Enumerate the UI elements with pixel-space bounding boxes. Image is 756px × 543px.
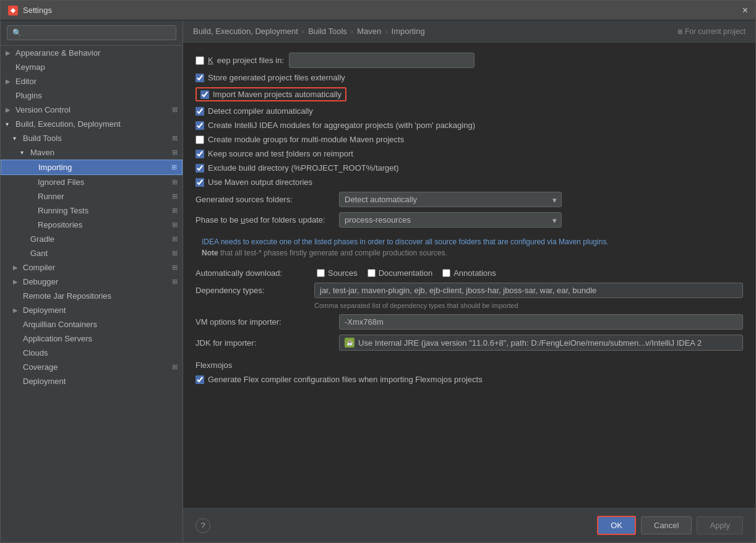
generated-sources-select[interactable]: Detect automatically xyxy=(339,192,562,207)
settings-icon: ⊞ xyxy=(171,163,177,171)
vm-options-input[interactable] xyxy=(339,314,743,330)
arrow-icon: ▶ xyxy=(6,106,13,113)
sidebar-item-plugins[interactable]: Plugins xyxy=(1,88,183,103)
generated-sources-row: Generated sources folders: Detect automa… xyxy=(195,192,743,207)
create-module-groups-checkbox[interactable] xyxy=(195,135,204,144)
sidebar-item-appearance[interactable]: ▶ Appearance & Behavior xyxy=(1,46,183,60)
keep-project-files-text: eep project files in: xyxy=(217,56,284,65)
breadcrumb-part-1: Build, Execution, Deployment xyxy=(193,27,298,36)
detect-compiler-checkbox[interactable] xyxy=(195,107,204,116)
phase-label: Phase to be used for folders update: xyxy=(195,215,332,224)
for-current-project[interactable]: 🖥 For current project xyxy=(676,27,745,36)
sidebar-item-build-tools[interactable]: ▾ Build Tools ⊞ xyxy=(1,131,183,145)
arrow-icon: ▶ xyxy=(6,78,13,85)
phase-wrapper: process-resources xyxy=(339,212,562,228)
settings-icon: ⊞ xyxy=(172,235,178,243)
vm-options-label: VM options for importer: xyxy=(195,317,332,327)
sidebar-item-ignored-files[interactable]: Ignored Files ⊞ xyxy=(1,175,183,189)
jdk-input[interactable]: ☕ Use Internal JRE (java version "11.0.6… xyxy=(339,335,743,351)
sources-checkbox[interactable] xyxy=(317,269,325,277)
sidebar-item-gradle[interactable]: Gradle ⊞ xyxy=(1,232,183,246)
ok-button[interactable]: OK xyxy=(597,516,636,535)
settings-icon: ⊞ xyxy=(172,278,178,286)
keep-project-files-label[interactable]: Keep project files in: xyxy=(195,56,284,65)
sidebar-item-remote-jar[interactable]: Remote Jar Repositories xyxy=(1,289,183,303)
sidebar-item-label: Running Tests xyxy=(38,206,88,215)
documentation-checkbox-label[interactable]: Documentation xyxy=(367,268,432,278)
exclude-build-checkbox[interactable] xyxy=(195,164,204,173)
store-generated-checkbox[interactable] xyxy=(195,74,204,82)
sidebar-item-gant[interactable]: Gant ⊞ xyxy=(1,246,183,260)
phase-row: Phase to be used for folders update: pro… xyxy=(195,212,743,228)
auto-download-row: Automatically download: Sources Document… xyxy=(195,268,743,278)
keep-project-files-row: Keep project files in: xyxy=(195,53,743,68)
create-module-groups-label[interactable]: Create module groups for multi-module Ma… xyxy=(195,135,404,144)
search-input[interactable] xyxy=(7,25,176,40)
app-icon: ◆ xyxy=(8,6,18,15)
apply-button[interactable]: Apply xyxy=(697,516,743,534)
sidebar-item-coverage[interactable]: Coverage ⊞ xyxy=(1,360,183,374)
settings-icon: ⊞ xyxy=(172,148,178,156)
generated-sources-wrapper: Detect automatically xyxy=(339,192,562,207)
keep-source-checkbox[interactable] xyxy=(195,150,204,158)
sidebar-item-version-control[interactable]: ▶ Version Control ⊞ xyxy=(1,103,183,117)
detect-compiler-label[interactable]: Detect compiler automatically xyxy=(195,106,313,116)
cancel-button[interactable]: Cancel xyxy=(641,516,692,534)
exclude-build-row: Exclude build directory (%PROJECT_ROOT%/… xyxy=(195,163,743,173)
annotations-checkbox[interactable] xyxy=(442,269,450,277)
phase-info-box: IDEA needs to execute one of the listed … xyxy=(195,233,743,262)
dependency-types-row: Dependency types: jar, test-jar, maven-p… xyxy=(195,283,743,309)
sidebar-item-clouds[interactable]: Clouds xyxy=(1,346,183,360)
sidebar-item-importing[interactable]: Importing ⊞ xyxy=(1,160,183,175)
sidebar-item-label: Compiler xyxy=(23,263,55,272)
sidebar-item-build-execution[interactable]: ▾ Build, Execution, Deployment xyxy=(1,117,183,131)
titlebar: ◆ Settings × xyxy=(1,1,755,20)
jdk-value: Use Internal JRE (java version "11.0.6+8… xyxy=(358,338,702,348)
sidebar-item-label: Repositories xyxy=(38,220,82,229)
use-maven-output-label[interactable]: Use Maven output directories xyxy=(195,177,312,187)
phase-select[interactable]: process-resources xyxy=(339,212,562,228)
sidebar-item-app-servers[interactable]: Application Servers xyxy=(1,331,183,346)
sidebar-item-label: Gant xyxy=(30,249,48,258)
sidebar-item-running-tests[interactable]: Running Tests ⊞ xyxy=(1,203,183,218)
sidebar-item-deployment2[interactable]: Deployment xyxy=(1,374,183,388)
generate-flex-label[interactable]: Generate Flex compiler configuration fil… xyxy=(195,375,483,384)
generate-flex-checkbox[interactable] xyxy=(195,375,204,384)
sidebar-item-arquillian[interactable]: Arquillian Containers xyxy=(1,317,183,331)
settings-icon: ⊞ xyxy=(172,221,178,229)
import-maven-label[interactable]: Import Maven projects automatically xyxy=(195,87,346,101)
create-intellij-checkbox[interactable] xyxy=(195,121,204,130)
import-maven-checkbox[interactable] xyxy=(200,90,209,99)
sidebar-item-compiler[interactable]: ▶ Compiler ⊞ xyxy=(1,260,183,275)
keep-project-files-checkbox[interactable] xyxy=(195,56,204,65)
sidebar-item-repositories[interactable]: Repositories ⊞ xyxy=(1,218,183,232)
breadcrumb-part-4: Importing xyxy=(392,27,425,36)
exclude-build-label[interactable]: Exclude build directory (%PROJECT_ROOT%/… xyxy=(195,163,398,173)
import-maven-row: Import Maven projects automatically xyxy=(195,87,743,101)
phase-info-text: IDEA needs to execute one of the listed … xyxy=(202,236,737,247)
vm-options-row: VM options for importer: xyxy=(195,314,743,330)
use-maven-output-checkbox[interactable] xyxy=(195,178,204,187)
sources-checkbox-label[interactable]: Sources xyxy=(317,268,358,278)
store-generated-label[interactable]: Store generated project files externally xyxy=(195,73,345,82)
sidebar: ▶ Appearance & Behavior Keymap ▶ Editor … xyxy=(1,20,183,542)
sidebar-item-label: Editor xyxy=(15,77,37,86)
documentation-checkbox[interactable] xyxy=(367,269,376,277)
keep-source-label[interactable]: Keep source and test folders on reimport xyxy=(195,149,353,158)
sidebar-item-label: Maven xyxy=(30,148,54,157)
sidebar-item-label: Plugins xyxy=(15,91,42,100)
generate-flex-row: Generate Flex compiler configuration fil… xyxy=(195,375,743,384)
annotations-checkbox-label[interactable]: Annotations xyxy=(442,268,496,278)
sidebar-item-deployment[interactable]: ▶ Deployment xyxy=(1,303,183,317)
sidebar-item-maven[interactable]: ▾ Maven ⊞ xyxy=(1,145,183,160)
sidebar-item-debugger[interactable]: ▶ Debugger ⊞ xyxy=(1,275,183,289)
sidebar-item-runner[interactable]: Runner ⊞ xyxy=(1,189,183,203)
create-intellij-label[interactable]: Create IntelliJ IDEA modules for aggrega… xyxy=(195,121,475,130)
dependency-types-label: Dependency types: xyxy=(195,286,307,295)
keep-project-files-input[interactable] xyxy=(289,53,475,68)
flexmojos-section-title: Flexmojos xyxy=(195,361,743,370)
sidebar-item-editor[interactable]: ▶ Editor xyxy=(1,74,183,88)
sidebar-item-keymap[interactable]: Keymap xyxy=(1,60,183,74)
help-button[interactable]: ? xyxy=(195,518,210,533)
close-button[interactable]: × xyxy=(742,5,748,16)
